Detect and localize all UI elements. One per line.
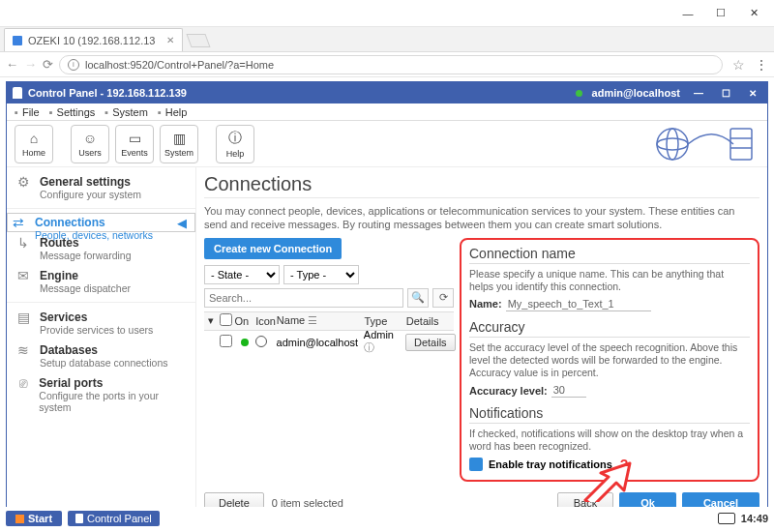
section-name-head: Connection name xyxy=(469,246,750,264)
selected-arrow-icon: ◀ xyxy=(177,216,193,230)
create-connection-button[interactable]: Create new Connection xyxy=(204,238,342,259)
svg-point-0 xyxy=(657,129,688,160)
system-icon: ▥ xyxy=(173,131,186,146)
favicon xyxy=(13,36,22,45)
sidebar-item-label: General settings xyxy=(40,175,141,189)
tb-help[interactable]: ⓘHelp xyxy=(216,125,254,163)
col-on[interactable]: On xyxy=(235,315,256,327)
bookmark-star-icon[interactable]: ☆ xyxy=(732,57,745,73)
keyboard-icon[interactable] xyxy=(718,513,735,524)
sidebar-item-engine[interactable]: ✉ EngineMessage dispatcher xyxy=(7,265,195,298)
os-maximize[interactable]: ☐ xyxy=(704,4,737,23)
menu-file[interactable]: ▪File xyxy=(11,106,44,118)
globe-server-illustration xyxy=(651,123,758,165)
sidebar-item-label: Routes xyxy=(40,236,132,250)
cp-logo-icon xyxy=(13,87,22,99)
row-details-button[interactable]: Details xyxy=(405,334,456,351)
svg-point-1 xyxy=(657,138,688,150)
main-content: Connections You may connect people, devi… xyxy=(196,167,767,517)
databases-icon: ≋ xyxy=(15,343,32,369)
col-icon[interactable]: Icon xyxy=(255,315,277,327)
svg-rect-3 xyxy=(730,129,752,160)
svg-point-2 xyxy=(667,129,678,160)
tray-notif-checkbox[interactable] xyxy=(469,458,483,471)
sidebar-item-connections[interactable]: ⇄ ConnectionsPeople, devices, networks ◀ xyxy=(7,213,195,232)
taskbar: Start Control Panel 14:49 xyxy=(6,509,768,528)
tb-users[interactable]: ☺Users xyxy=(71,125,109,163)
table-row[interactable]: admin@localhost Admin ⓘ Details xyxy=(204,331,454,354)
connections-panel: Create new Connection - State - - Type -… xyxy=(204,238,454,483)
help-question-icon[interactable]: ? xyxy=(620,457,629,472)
col-details[interactable]: Details xyxy=(406,315,454,327)
sidebar-item-general[interactable]: ⚙ General settingsConfigure your system xyxy=(7,171,195,204)
type-filter[interactable]: - Type - xyxy=(283,265,359,284)
os-close[interactable]: ✕ xyxy=(737,4,770,23)
clock: 14:49 xyxy=(741,513,768,524)
taskbar-control-panel[interactable]: Control Panel xyxy=(68,511,160,526)
row-name: admin@localhost xyxy=(277,337,364,348)
reload-button[interactable]: ⟳ xyxy=(432,288,454,308)
name-label: Name: xyxy=(469,298,502,310)
section-name-desc: Please specify a unique name. This can b… xyxy=(469,268,750,293)
tb-system[interactable]: ▥System xyxy=(160,125,198,163)
gear-icon: ⚙ xyxy=(15,175,32,200)
services-icon: ▤ xyxy=(15,310,32,336)
new-tab-button[interactable] xyxy=(187,34,211,47)
sidebar-item-label: Databases xyxy=(40,343,168,357)
row-checkbox[interactable] xyxy=(220,335,232,347)
page-title: Connections xyxy=(204,173,759,195)
cp-maximize[interactable]: ☐ xyxy=(717,88,734,99)
sidebar-item-databases[interactable]: ≋ DatabasesSetup database connections xyxy=(7,340,195,372)
cp-task-icon xyxy=(75,514,83,523)
name-input[interactable] xyxy=(506,297,651,311)
search-go-button[interactable]: 🔍 xyxy=(407,288,429,308)
nav-back-icon[interactable]: ← xyxy=(6,57,18,72)
sidebar-item-label: Connections xyxy=(35,216,153,229)
home-icon: ⌂ xyxy=(30,131,38,146)
cp-menubar: ▪File ▪Settings ▪System ▪Help xyxy=(7,103,767,121)
select-all-checkbox[interactable] xyxy=(220,313,232,326)
state-filter[interactable]: - State - xyxy=(204,265,280,284)
browser-menu-icon[interactable]: ⋮ xyxy=(755,57,768,73)
cp-titlebar: Control Panel - 192.168.112.139 admin@lo… xyxy=(7,82,767,103)
col-type[interactable]: Type xyxy=(364,315,405,327)
cp-user: admin@localhost xyxy=(592,87,680,99)
events-icon: ▭ xyxy=(129,131,141,146)
connection-form: Connection name Please specify a unique … xyxy=(460,238,759,483)
col-name[interactable]: Name ☰ xyxy=(277,314,365,327)
sidebar-item-services[interactable]: ▤ ServicesProvide services to users xyxy=(7,307,195,340)
start-button[interactable]: Start xyxy=(6,511,62,526)
routes-icon: ↳ xyxy=(15,236,32,261)
sidebar-item-label: Services xyxy=(40,310,153,324)
site-info-icon[interactable]: i xyxy=(68,59,79,71)
engine-icon: ✉ xyxy=(15,269,32,294)
menu-system[interactable]: ▪System xyxy=(101,106,152,118)
os-minimize[interactable]: — xyxy=(671,4,704,23)
tb-events[interactable]: ▭Events xyxy=(115,125,154,163)
control-panel-window: Control Panel - 192.168.112.139 admin@lo… xyxy=(6,81,768,518)
cp-minimize[interactable]: — xyxy=(690,88,707,99)
start-icon xyxy=(15,515,24,523)
os-window-titlebar: — ☐ ✕ xyxy=(0,0,774,27)
serial-icon: ⎚ xyxy=(15,376,31,413)
tab-close-icon[interactable]: ✕ xyxy=(166,35,174,45)
tb-home[interactable]: ⌂Home xyxy=(15,125,53,163)
users-icon: ☺ xyxy=(83,131,97,146)
url-bar[interactable]: i localhost:9520/Control+Panel/?a=Home xyxy=(59,55,723,74)
section-notif-head: Notifications xyxy=(469,405,750,424)
help-icon: ⓘ xyxy=(228,130,242,147)
menu-settings[interactable]: ▪Settings xyxy=(45,106,100,118)
nav-reload-icon[interactable]: ⟳ xyxy=(43,57,53,72)
cp-close[interactable]: ✕ xyxy=(744,88,761,99)
browser-tab[interactable]: OZEKI 10 (192.168.112.13 ✕ xyxy=(4,28,183,51)
nav-fwd-icon[interactable]: → xyxy=(24,57,37,72)
accuracy-label: Accuracy level: xyxy=(469,385,548,397)
status-online-icon xyxy=(576,90,582,97)
search-input[interactable] xyxy=(204,288,403,308)
tab-title: OZEKI 10 (192.168.112.13 xyxy=(28,35,155,46)
section-notif-desc: If checked, notifications will show on t… xyxy=(469,428,750,453)
sidebar-item-serial[interactable]: ⎚ Serial portsConfigure the ports in you… xyxy=(7,372,195,417)
accuracy-input[interactable] xyxy=(551,383,586,398)
menu-help[interactable]: ▪Help xyxy=(154,106,192,118)
sidebar-item-label: Serial ports xyxy=(39,376,188,390)
